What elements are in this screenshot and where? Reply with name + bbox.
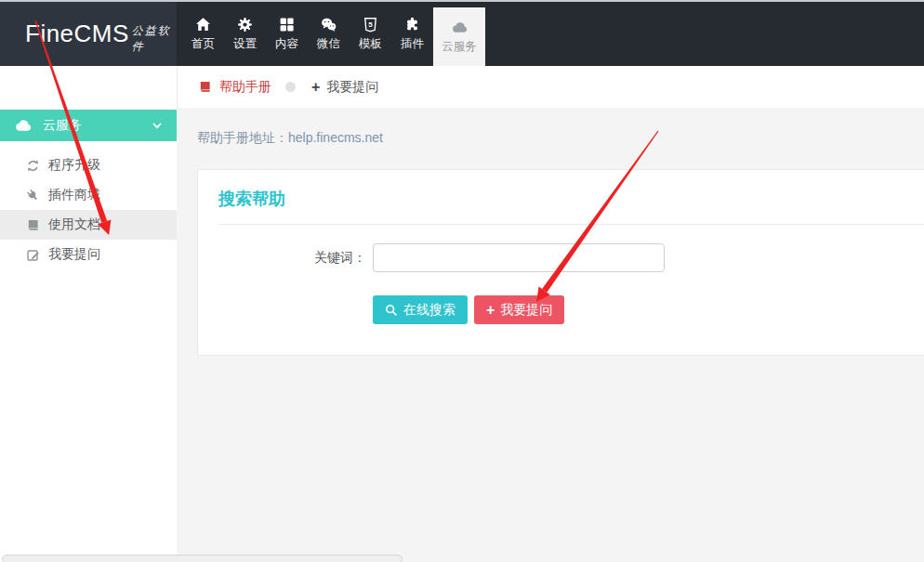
cloud-icon [15, 117, 32, 134]
breadcrumb: 帮助手册 + 我要提问 [177, 66, 924, 108]
nav-label: 插件 [401, 36, 424, 52]
sidebar-item-plugin-store[interactable]: 插件商城 [0, 180, 177, 210]
chevron-down-icon [152, 123, 162, 129]
card-title: 搜索帮助 [218, 189, 924, 209]
nav-item-wechat[interactable]: 微信 [308, 2, 350, 66]
breadcrumb-ask-question-link[interactable]: 我要提问 [326, 79, 378, 96]
nav-item-template[interactable]: 5 模板 [350, 2, 391, 66]
sidebar-item-user-docs[interactable]: 使用文档 [0, 210, 177, 240]
sidebar-section-cloud-service[interactable]: 云服务 [0, 110, 177, 141]
nav-label: 云服务 [442, 39, 477, 55]
plus-icon: + [486, 303, 495, 318]
svg-text:5: 5 [368, 20, 373, 29]
finecms-logo[interactable]: FineCMS 公益软件 [0, 2, 177, 66]
sidebar-item-label: 我要提问 [48, 246, 100, 263]
sidebar-menu: 程序升级 插件商城 使用文档 我要提问 [0, 150, 177, 269]
nav-label: 微信 [317, 36, 340, 52]
sidebar-item-label: 插件商城 [48, 187, 100, 203]
horizontal-scrollbar-thumb[interactable] [2, 555, 403, 562]
sidebar-item-program-upgrade[interactable]: 程序升级 [0, 150, 177, 180]
help-address-label: 帮助手册地址： [197, 130, 288, 145]
online-search-label: 在线搜索 [403, 302, 455, 319]
brand-suffix: 公益软件 [132, 23, 177, 55]
cloud-icon [452, 20, 468, 35]
nav-item-settings[interactable]: 设置 [224, 2, 266, 66]
top-nav: 首页 设置 [177, 2, 485, 66]
keyword-label: 关键词： [198, 250, 373, 267]
keyword-input[interactable] [373, 243, 665, 272]
book-icon [198, 80, 212, 94]
help-address-link[interactable]: help.finecms.net [288, 130, 383, 145]
search-help-card: 搜索帮助 关键词： 在线搜索 + 我要提问 [197, 169, 924, 356]
nav-item-plugin[interactable]: 插件 [391, 2, 433, 66]
nav-label: 设置 [233, 36, 257, 52]
wechat-icon [321, 17, 337, 33]
keyword-form-row: 关键词： [198, 243, 924, 272]
nav-item-home[interactable]: 首页 [182, 2, 224, 66]
sync-icon [26, 159, 40, 173]
pencil-square-icon [26, 248, 40, 262]
top-header-bar: FineCMS 公益软件 首页 设置 [0, 2, 924, 66]
divider [218, 224, 924, 225]
online-search-button[interactable]: 在线搜索 [373, 295, 468, 324]
left-sidebar: 云服务 程序升级 插件商城 [0, 66, 177, 562]
sidebar-section-label: 云服务 [43, 117, 82, 134]
breadcrumb-title[interactable]: 帮助手册 [219, 79, 271, 96]
sidebar-item-label: 程序升级 [48, 157, 100, 174]
nav-item-content[interactable]: 内容 [266, 2, 308, 66]
help-address-notice: 帮助手册地址：help.finecms.net [197, 130, 383, 147]
book-icon [26, 218, 40, 232]
sidebar-item-ask-question[interactable]: 我要提问 [0, 240, 177, 269]
nav-item-cloud-service[interactable]: 云服务 [433, 7, 485, 66]
nav-label: 模板 [359, 36, 382, 52]
search-icon [385, 304, 398, 317]
ask-question-label: 我要提问 [500, 302, 552, 319]
brand-name: FineCMS [25, 20, 129, 48]
sidebar-item-label: 使用文档 [48, 216, 100, 233]
nav-label: 内容 [275, 36, 298, 52]
plugin-puzzle-icon [404, 17, 420, 33]
form-buttons: 在线搜索 + 我要提问 [373, 295, 924, 324]
nav-label: 首页 [191, 36, 215, 52]
ask-question-button[interactable]: + 我要提问 [474, 295, 564, 324]
plug-icon [26, 189, 40, 203]
home-icon [195, 17, 211, 33]
html5-template-icon: 5 [363, 17, 378, 33]
content-grid-icon [279, 17, 295, 33]
plus-icon: + [311, 79, 320, 96]
gear-icon [237, 17, 253, 33]
breadcrumb-separator-dot [285, 82, 296, 92]
